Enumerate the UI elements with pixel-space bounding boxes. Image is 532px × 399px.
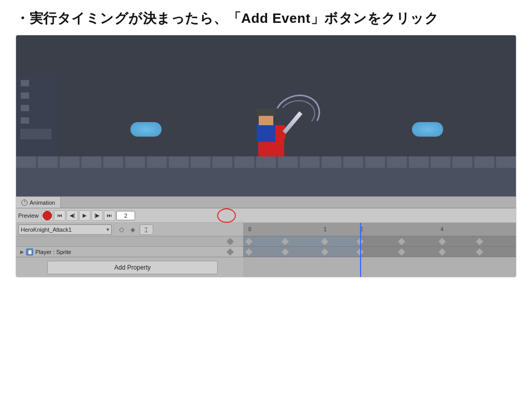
play-icon: ▶	[83, 212, 87, 218]
keyframes-track	[243, 236, 516, 247]
ruler-mark-0: 0	[248, 227, 251, 232]
game-viewport	[16, 35, 516, 196]
sp-kf-6	[476, 248, 483, 256]
sp-kf-5	[438, 248, 446, 256]
animation-panel: Animation Preview ⏮ ◀|	[16, 196, 516, 277]
cloud-right	[412, 122, 443, 137]
expand-arrow-icon[interactable]: ▶	[20, 249, 24, 255]
kf-6	[476, 238, 483, 245]
prev-keyframe-button[interactable]: ◇	[117, 225, 126, 234]
step-back-icon: ◀|	[70, 212, 75, 218]
timeline-cursor	[360, 223, 361, 277]
dropdown-arrow: ▼	[105, 227, 110, 232]
separator	[113, 225, 114, 234]
add-property-row: Add Property	[16, 257, 243, 277]
animation-tab[interactable]: Animation	[16, 197, 61, 208]
wall-base	[20, 129, 51, 139]
label-diamond	[227, 237, 234, 245]
timeline-ruler: 0 1 2 4	[243, 223, 516, 236]
char-helmet	[257, 109, 275, 116]
step-back-button[interactable]: ◀|	[66, 210, 78, 221]
sprite-icon: 📋	[26, 248, 33, 256]
sprite-track	[243, 247, 516, 257]
step-fwd-icon: |▶	[95, 212, 100, 218]
anim-name-select[interactable]: HeroKnight_Attack1	[18, 224, 112, 235]
timeline-input[interactable]	[116, 211, 135, 220]
kf-5	[438, 238, 446, 245]
sp-kf-4	[398, 248, 405, 256]
timeline-container: HeroKnight_Attack1 ▼ ◇ ◈ ⌶	[16, 223, 516, 277]
sprite-track-highlight	[243, 247, 360, 257]
wall-block-2	[20, 92, 30, 99]
wall-block-1	[20, 79, 30, 87]
to-end-button[interactable]: ⏭	[104, 210, 115, 221]
timeline-highlight	[243, 236, 360, 246]
to-end-icon: ⏭	[107, 212, 112, 218]
track-names-panel: HeroKnight_Attack1 ▼ ◇ ◈ ⌶	[16, 223, 243, 277]
add-keyframe-icon: ◈	[130, 226, 135, 233]
ruler-mark-1: 1	[324, 227, 327, 232]
ruler-mark-4: 4	[441, 227, 444, 232]
wall-block-3	[20, 104, 30, 112]
record-icon	[43, 211, 52, 220]
main-content: Animation Preview ⏮ ◀|	[0, 35, 532, 277]
timeline-tracks: 0 1 2 4	[243, 223, 516, 277]
page: ・実行タイミングが決まったら、「Add Event」ボタンをクリック	[0, 0, 532, 277]
track-name: Player : Sprite	[35, 249, 71, 255]
preview-label: Preview	[18, 212, 38, 219]
record-button[interactable]	[42, 210, 53, 221]
sprite-track-label: ▶ 📋 Player : Sprite	[16, 247, 243, 257]
track-diamond	[227, 248, 234, 255]
tab-label: Animation	[30, 200, 55, 206]
play-button[interactable]: ▶	[79, 210, 90, 221]
panel-tab: Animation	[16, 197, 516, 208]
keyframe-labels-row	[16, 236, 243, 247]
unity-editor: Animation Preview ⏮ ◀|	[16, 35, 516, 277]
toolbar-row: Preview ⏮ ◀| ▶	[16, 208, 516, 223]
kf-4	[398, 238, 405, 245]
left-wall	[16, 74, 58, 168]
ground-tiles-top	[16, 156, 516, 168]
add-event-highlight	[217, 208, 236, 223]
char-legs	[258, 141, 284, 156]
timeline-empty	[243, 257, 516, 277]
bracket-icon: ⌶	[144, 227, 148, 233]
to-start-icon: ⏮	[57, 212, 62, 218]
clock-icon	[21, 200, 28, 206]
add-property-button[interactable]: Add Property	[47, 261, 218, 274]
ground-platform	[16, 168, 516, 196]
wall-block-4	[20, 117, 30, 124]
page-title: ・実行タイミングが決まったら、「Add Event」ボタンをクリック	[0, 0, 532, 35]
to-start-button[interactable]: ⏮	[54, 210, 65, 221]
anim-name-row: HeroKnight_Attack1 ▼ ◇ ◈ ⌶	[16, 223, 243, 236]
step-fwd-button[interactable]: |▶	[91, 210, 103, 221]
cloud-left	[130, 122, 162, 137]
char-torso	[257, 124, 275, 142]
add-event-button[interactable]: ⌶	[140, 224, 153, 235]
add-keyframe-button[interactable]: ◈	[128, 225, 138, 234]
